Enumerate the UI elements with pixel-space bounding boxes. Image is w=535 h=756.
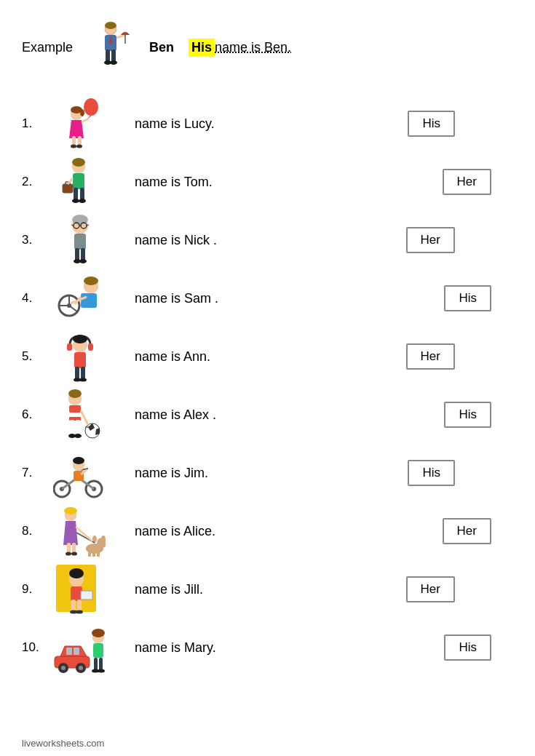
svg-point-26	[79, 199, 86, 203]
item-row: 5. name is Ann. Her	[22, 327, 513, 386]
svg-point-55	[73, 335, 87, 343]
item-number: 5.	[22, 349, 47, 364]
item-image	[47, 156, 113, 207]
svg-point-99	[71, 552, 77, 556]
pronoun-box: Her	[406, 227, 455, 253]
svg-rect-109	[81, 591, 92, 600]
item-image	[47, 389, 113, 441]
svg-rect-69	[70, 420, 74, 436]
pronoun-box: Her	[406, 576, 455, 602]
item-image	[47, 214, 113, 266]
pronoun-box: His	[408, 111, 455, 137]
svg-point-65	[68, 389, 82, 398]
svg-rect-96	[67, 543, 71, 553]
item-row: 7. name is Jim. His	[22, 444, 513, 502]
figure-2	[58, 156, 102, 207]
item-image	[47, 563, 113, 616]
svg-point-60	[79, 378, 87, 382]
example-pronoun-highlight: His name is Ben.	[189, 39, 291, 57]
item-number: 8.	[22, 524, 47, 538]
svg-point-10	[84, 98, 98, 116]
svg-point-116	[79, 666, 83, 670]
example-row: Example Ben His name is Ben.	[22, 22, 513, 73]
svg-rect-111	[66, 648, 72, 655]
item-row: 4. name is Sam . His	[22, 269, 513, 327]
item-image	[47, 621, 113, 674]
example-figure	[87, 22, 135, 73]
svg-point-88	[101, 536, 106, 543]
svg-line-8	[116, 35, 125, 38]
svg-point-98	[66, 552, 71, 556]
svg-rect-91	[92, 551, 95, 557]
example-name: Ben	[149, 40, 174, 55]
svg-rect-92	[97, 551, 100, 557]
item-number: 3.	[22, 233, 47, 247]
svg-point-114	[61, 666, 66, 670]
figure-4	[55, 273, 106, 324]
svg-line-19	[82, 119, 89, 122]
svg-rect-57	[75, 367, 79, 380]
pronoun-box: His	[408, 460, 455, 486]
svg-point-7	[110, 60, 117, 65]
item-image	[47, 330, 113, 383]
svg-point-108	[76, 610, 83, 614]
svg-point-123	[98, 669, 105, 673]
example-sentence: name is Ben.	[215, 40, 291, 55]
svg-rect-66	[69, 405, 81, 413]
svg-rect-105	[71, 600, 76, 611]
svg-line-73	[81, 410, 88, 425]
svg-point-1	[105, 22, 116, 29]
figure-6	[55, 389, 106, 441]
figure-9	[55, 563, 106, 616]
svg-rect-112	[74, 648, 79, 655]
figure-3	[58, 214, 102, 266]
svg-point-95	[64, 507, 77, 514]
pronoun-box: His	[444, 285, 491, 311]
svg-rect-53	[88, 343, 93, 351]
item-number: 9.	[22, 582, 47, 597]
item-image	[47, 273, 113, 324]
svg-point-25	[72, 199, 79, 203]
item-image	[47, 98, 113, 149]
svg-rect-37	[74, 234, 86, 250]
footer-text: liveworksheets.com	[22, 738, 104, 749]
item-number: 4.	[22, 291, 47, 306]
svg-rect-67	[69, 413, 81, 417]
svg-point-103	[69, 568, 84, 578]
item-row: 9. name is Jill. Her	[22, 560, 513, 618]
pronoun-box: Her	[443, 518, 491, 544]
figure-5	[58, 330, 102, 383]
figure-8	[55, 505, 106, 557]
pronoun-box: His	[444, 634, 491, 661]
item-row: 3. name is	[22, 211, 513, 269]
item-number: 7.	[22, 466, 47, 480]
svg-rect-27	[63, 184, 73, 193]
svg-rect-52	[67, 343, 72, 351]
item-number: 1.	[22, 116, 47, 131]
figure-10	[53, 621, 108, 674]
svg-rect-70	[76, 420, 80, 436]
pronoun-box: Her	[443, 169, 491, 195]
svg-rect-119	[93, 643, 103, 658]
svg-rect-90	[88, 551, 91, 557]
item-number: 2.	[22, 175, 47, 189]
item-image	[47, 447, 113, 499]
svg-point-21	[72, 158, 85, 167]
svg-line-46	[69, 306, 78, 312]
svg-point-41	[79, 259, 87, 263]
svg-point-17	[71, 145, 76, 148]
svg-rect-56	[74, 352, 86, 368]
figure-7	[53, 447, 108, 499]
item-row: 8.	[22, 502, 513, 560]
svg-point-83	[73, 457, 84, 464]
item-row: 10.	[22, 618, 513, 677]
svg-rect-97	[72, 543, 76, 553]
figure-1	[58, 98, 102, 149]
example-label: Example	[22, 40, 73, 55]
svg-point-48	[84, 276, 98, 285]
item-row: 2. name is Tom.	[22, 153, 513, 211]
svg-point-72	[74, 434, 82, 438]
svg-rect-22	[73, 173, 84, 189]
svg-point-14	[80, 109, 84, 116]
item-row: 1. name is	[22, 95, 513, 153]
